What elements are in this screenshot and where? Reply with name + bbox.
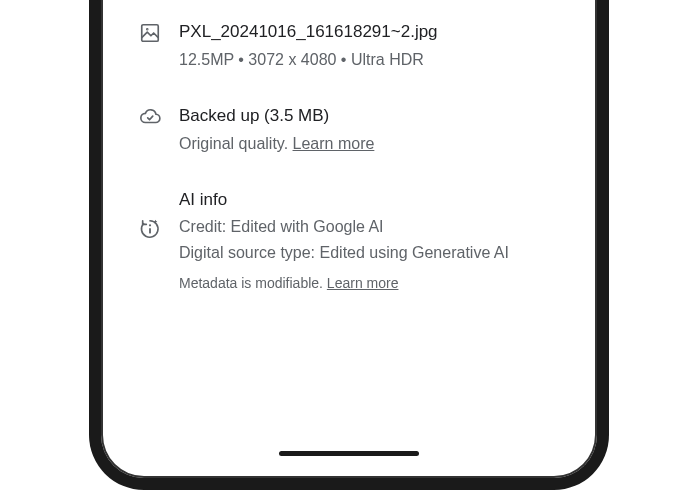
image-icon	[139, 22, 161, 44]
file-details: 12.5MP • 3072 x 4080 • Ultra HDR	[179, 48, 559, 72]
file-name: PXL_20241016_161618291~2.jpg	[179, 20, 559, 44]
svg-point-2	[149, 224, 151, 226]
file-info-row: PXL_20241016_161618291~2.jpg 12.5MP • 30…	[139, 20, 559, 72]
ai-credit: Credit: Edited with Google AI	[179, 215, 559, 239]
ai-info-row: AI info Credit: Edited with Google AI Di…	[139, 188, 559, 295]
ai-learn-more-link[interactable]: Learn more	[327, 275, 399, 291]
ai-metadata-text: Metadata is modifiable.	[179, 275, 327, 291]
home-indicator[interactable]	[279, 451, 419, 456]
phone-side-button-right	[597, 0, 601, 40]
details-panel: PXL_20241016_161618291~2.jpg 12.5MP • 30…	[115, 0, 583, 428]
backup-info-row: Backed up (3.5 MB) Original quality. Lea…	[139, 104, 559, 156]
svg-rect-3	[149, 228, 151, 234]
ai-title: AI info	[179, 188, 559, 212]
phone-frame: PXL_20241016_161618291~2.jpg 12.5MP • 30…	[89, 0, 609, 430]
backup-title: Backed up (3.5 MB)	[179, 104, 559, 128]
backup-learn-more-link[interactable]: Learn more	[293, 135, 375, 152]
backup-quality: Original quality.	[179, 135, 293, 152]
ai-source: Digital source type: Edited using Genera…	[179, 241, 559, 265]
ai-metadata: Metadata is modifiable. Learn more	[179, 273, 559, 294]
backup-subtitle: Original quality. Learn more	[179, 132, 559, 156]
phone-bezel: PXL_20241016_161618291~2.jpg 12.5MP • 30…	[89, 0, 609, 490]
ai-update-icon	[139, 218, 161, 240]
cloud-done-icon	[139, 106, 161, 128]
svg-rect-0	[142, 25, 159, 42]
svg-point-1	[147, 29, 148, 30]
phone-side-button-left	[97, 0, 101, 30]
